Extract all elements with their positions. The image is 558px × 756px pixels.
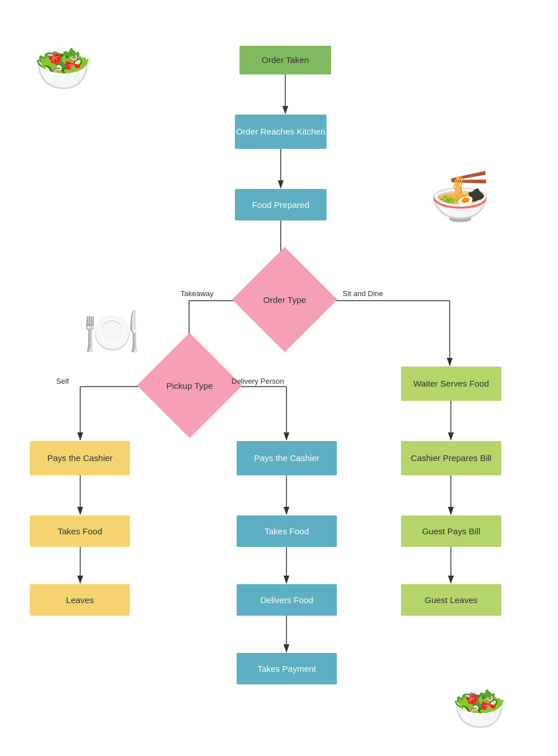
salad-bottom-icon: 🥗 [453,687,506,730]
pickup-type-diamond: Pickup Type [152,348,227,423]
guest-pays-bill-box: Guest Pays Bill [401,515,501,547]
sit-dine-label: Sit and Dine [343,289,383,298]
leaves-left-box: Leaves [30,584,130,616]
takes-payment-box: Takes Payment [237,653,337,684]
delivers-food-box: Delivers Food [237,584,337,616]
delivery-label: Delivery Person [231,377,284,385]
self-label: Self [56,377,69,385]
takes-food-center-box: Takes Food [237,515,337,547]
order-kitchen-box: Order Reaches Kitchen [235,115,327,149]
cashier-bill-box: Cashier Prepares Bill [401,441,501,475]
pays-cashier-left-box: Pays the Cashier [30,441,130,475]
guest-leaves-box: Guest Leaves [401,584,501,616]
pays-cashier-center-box: Pays the Cashier [237,441,337,475]
food-prepared-box: Food Prepared [235,189,327,220]
takeaway-label: Takeaway [180,289,214,298]
order-taken-box: Order Taken [239,46,331,74]
waiter-serves-box: Waiter Serves Food [401,367,501,401]
ramen-icon: 🍜 [430,172,490,220]
plate-icon: 🍽️ [83,309,140,355]
flowchart: Order Taken Order Reaches Kitchen Food P… [0,0,558,756]
order-type-diamond: Order Type [247,262,322,337]
salad-top-icon: 🥗 [34,46,92,92]
takes-food-left-box: Takes Food [30,515,130,547]
